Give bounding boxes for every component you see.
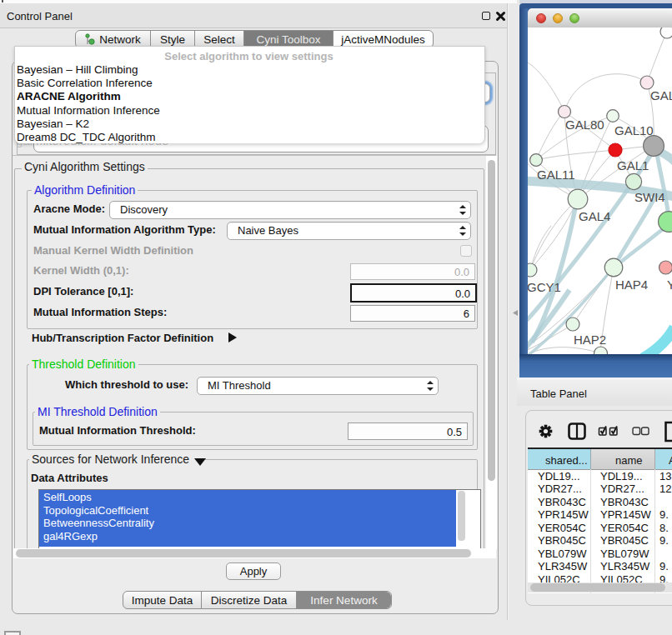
svg-text:GCY1: GCY1 (528, 280, 561, 294)
svg-text:GAL7: GAL7 (650, 88, 672, 102)
svg-text:GAL80: GAL80 (565, 118, 604, 132)
svg-text:HAP4: HAP4 (615, 278, 648, 292)
svg-text:Y: Y (667, 278, 672, 292)
svg-text:GAL4: GAL4 (579, 209, 610, 223)
svg-text:HAP2: HAP2 (574, 332, 606, 347)
svg-text:SWI4: SWI4 (634, 190, 665, 204)
svg-text:GAL10: GAL10 (614, 123, 654, 138)
svg-text:GAL1: GAL1 (617, 158, 649, 172)
svg-text:GAL11: GAL11 (537, 168, 575, 182)
